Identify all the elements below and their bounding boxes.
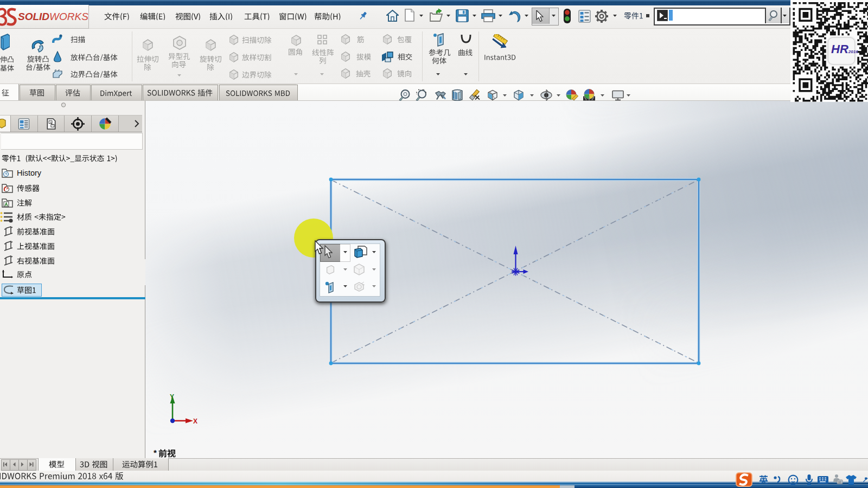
svg-text:10: 10 bbox=[838, 480, 841, 484]
